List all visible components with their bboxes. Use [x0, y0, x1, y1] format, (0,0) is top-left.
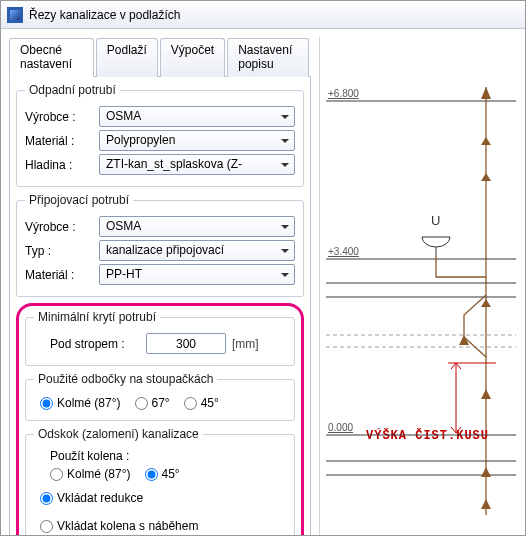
input-under-ceiling[interactable] — [146, 333, 226, 354]
svg-marker-18 — [481, 389, 491, 399]
window-title: Řezy kanalizace v podlažích — [29, 8, 180, 22]
label-waste-manufacturer: Výrobce : — [25, 110, 93, 124]
label-offset-sub: Použít kolena : — [34, 449, 286, 463]
svg-marker-4 — [481, 173, 491, 181]
svg-marker-9 — [481, 299, 491, 307]
preview-pane: +6.800 U +3.400 — [319, 37, 509, 536]
svg-marker-2 — [481, 87, 491, 99]
radio-insert-reducers[interactable]: Vkládat redukce — [34, 491, 286, 505]
highlight-region: Minimální krytí potrubí Pod stropem : [m… — [16, 303, 304, 536]
radio-branch-45[interactable]: 45° — [184, 396, 219, 410]
label-under-ceiling: Pod stropem : — [50, 337, 140, 351]
select-waste-manufacturer[interactable]: OSMA — [99, 106, 295, 127]
select-connect-type[interactable]: kanalizace připojovací — [99, 240, 295, 261]
svg-marker-3 — [481, 137, 491, 145]
level-ground: 0.000 — [328, 422, 353, 433]
tab-strip: Obecné nastavení Podlaží Výpočet Nastave… — [9, 37, 311, 77]
svg-marker-19 — [481, 467, 491, 477]
radio-branch-67[interactable]: 67° — [135, 396, 170, 410]
radio-knee-87[interactable]: Kolmé (87°) — [50, 467, 131, 481]
section-diagram: +6.800 U +3.400 — [326, 37, 516, 517]
radio-insert-bends[interactable]: Vkládat kolena s náběhem — [34, 519, 286, 533]
select-connect-manufacturer[interactable]: OSMA — [99, 216, 295, 237]
select-waste-material[interactable]: Polypropylen — [99, 130, 295, 151]
label-waste-layer: Hladina : — [25, 158, 93, 172]
level-mid: +3.400 — [328, 246, 359, 257]
fieldset-cover: Minimální krytí potrubí Pod stropem : [m… — [25, 310, 295, 366]
title-bar: Řezy kanalizace v podlažích — [1, 1, 525, 29]
legend-waste: Odpadní potrubí — [25, 83, 120, 97]
radio-knee-45[interactable]: 45° — [145, 467, 180, 481]
radio-branch-87[interactable]: Kolmé (87°) — [40, 396, 121, 410]
legend-connect: Připojovací potrubí — [25, 193, 133, 207]
fieldset-branches: Použité odbočky na stoupačkách Kolmé (87… — [25, 372, 295, 421]
tab-desc-settings[interactable]: Nastavení popisu — [227, 38, 309, 77]
tab-floors[interactable]: Podlaží — [96, 38, 158, 77]
label-connect-type: Typ : — [25, 244, 93, 258]
svg-marker-20 — [481, 499, 491, 509]
select-waste-layer[interactable]: ZTI-kan_st_splaskova (Z- — [99, 154, 295, 175]
legend-branches: Použité odbočky na stoupačkách — [34, 372, 217, 386]
label-waste-material: Materiál : — [25, 134, 93, 148]
fieldset-offset: Odskok (zalomení) kanalizace Použít kole… — [25, 427, 295, 536]
tab-calc[interactable]: Výpočet — [160, 38, 225, 77]
select-connect-material[interactable]: PP-HT — [99, 264, 295, 285]
fixture-label: U — [431, 213, 440, 228]
panel-general: Odpadní potrubí Výrobce : OSMA Materiál … — [9, 77, 311, 536]
legend-offset: Odskok (zalomení) kanalizace — [34, 427, 203, 441]
unit-under-ceiling: [mm] — [232, 337, 259, 351]
fieldset-waste: Odpadní potrubí Výrobce : OSMA Materiál … — [16, 83, 304, 187]
app-icon — [7, 7, 23, 23]
level-top: +6.800 — [328, 88, 359, 99]
label-connect-manufacturer: Výrobce : — [25, 220, 93, 234]
legend-cover: Minimální krytí potrubí — [34, 310, 160, 324]
tab-general[interactable]: Obecné nastavení — [9, 38, 94, 77]
label-connect-material: Materiál : — [25, 268, 93, 282]
fieldset-connect: Připojovací potrubí Výrobce : OSMA Typ :… — [16, 193, 304, 297]
